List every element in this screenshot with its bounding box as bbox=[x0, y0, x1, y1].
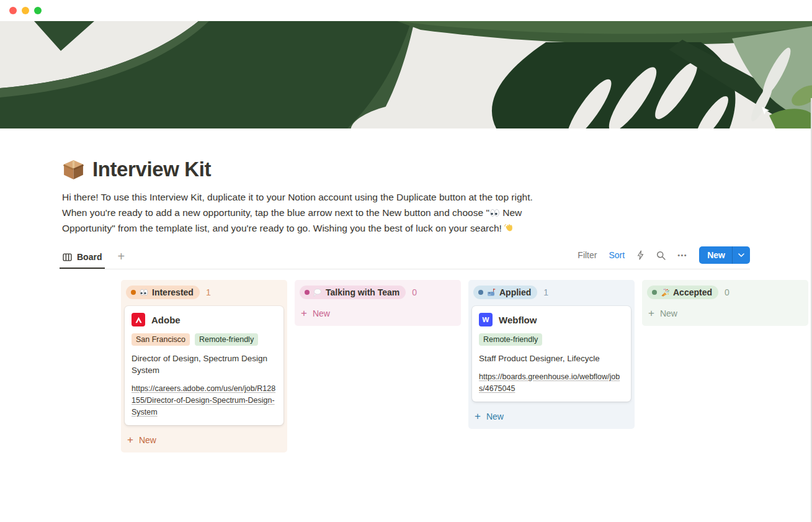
column-header-pill-accepted[interactable]: Accepted bbox=[647, 286, 718, 299]
thought-balloon-emoji bbox=[313, 288, 322, 297]
add-card-label: New bbox=[660, 308, 677, 318]
board-column-accepted: Accepted 0 + New bbox=[642, 280, 808, 326]
tag-san-francisco: San Francisco bbox=[132, 333, 190, 346]
new-button-chevron-down-icon[interactable] bbox=[732, 246, 750, 264]
column-count: 1 bbox=[543, 287, 548, 297]
add-card-button-applied[interactable]: + New bbox=[472, 408, 631, 425]
plus-icon: + bbox=[127, 434, 133, 445]
eyes-emoji bbox=[140, 289, 148, 296]
column-count: 0 bbox=[725, 287, 729, 297]
status-dot bbox=[131, 290, 136, 295]
plus-icon: + bbox=[475, 411, 481, 421]
adobe-logo-icon bbox=[132, 313, 145, 326]
add-card-label: New bbox=[486, 412, 504, 421]
column-title: Applied bbox=[499, 287, 531, 297]
view-toolbar: Board + Filter Sort ••• New bbox=[60, 246, 750, 269]
card-role-text: Staff Product Designer, Lifecycle bbox=[479, 353, 624, 364]
waving-hand-emoji bbox=[504, 222, 515, 233]
plus-icon: + bbox=[648, 308, 654, 318]
window-minimize-button[interactable] bbox=[22, 7, 29, 14]
board-view-label: Board bbox=[77, 252, 102, 262]
cover-image bbox=[0, 21, 812, 128]
card-webflow[interactable]: w Webflow Remote-friendly Staff Product … bbox=[472, 306, 631, 402]
card-company-name: Adobe bbox=[151, 315, 181, 325]
eyes-emoji bbox=[489, 209, 500, 217]
card-job-link[interactable]: https://boards.greenhouse.io/webflow/job… bbox=[479, 371, 624, 395]
more-options-button[interactable]: ••• bbox=[677, 251, 687, 259]
page-title: Interview Kit bbox=[92, 158, 211, 181]
window-titlebar bbox=[0, 0, 812, 21]
board-column-applied: Applied 1 w Webflow Remote-friendly Staf… bbox=[468, 280, 635, 429]
window-zoom-button[interactable] bbox=[34, 7, 42, 14]
tab-board-view[interactable]: Board bbox=[60, 247, 105, 269]
card-company-name: Webflow bbox=[499, 315, 537, 325]
webflow-logo-icon: w bbox=[479, 313, 493, 326]
search-icon[interactable] bbox=[656, 251, 666, 260]
add-view-button[interactable]: + bbox=[114, 250, 128, 266]
card-adobe[interactable]: Adobe San Francisco Remote-friendly Dire… bbox=[125, 306, 283, 425]
status-dot bbox=[652, 290, 657, 295]
description-text-1: Hi there! To use this Interview Kit, dup… bbox=[62, 192, 533, 218]
new-button[interactable]: New bbox=[699, 246, 750, 264]
kanban-board: Interested 1 Adobe San Francisco Remote-… bbox=[121, 280, 750, 452]
mailbox-emoji bbox=[487, 288, 496, 297]
column-header-pill-applied[interactable]: Applied bbox=[473, 286, 537, 299]
tag-remote-friendly: Remote-friendly bbox=[195, 333, 258, 346]
package-icon[interactable] bbox=[62, 158, 85, 181]
column-title: Talking with Team bbox=[326, 287, 399, 297]
board-column-interested: Interested 1 Adobe San Francisco Remote-… bbox=[121, 280, 287, 452]
board-column-talking-with-team: Talking with Team 0 + New bbox=[295, 280, 461, 326]
status-dot bbox=[305, 290, 310, 295]
add-card-button-talking-with-team[interactable]: + New bbox=[298, 305, 457, 322]
filter-button[interactable]: Filter bbox=[578, 250, 597, 260]
column-header-pill-talking-with-team[interactable]: Talking with Team bbox=[300, 286, 406, 299]
status-dot bbox=[478, 290, 483, 295]
add-card-label: New bbox=[313, 308, 330, 318]
column-count: 1 bbox=[206, 287, 211, 297]
card-role-text: Director of Design, Spectrum Design Syst… bbox=[132, 353, 277, 376]
add-card-button-accepted[interactable]: + New bbox=[646, 305, 805, 322]
page-description: Hi there! To use this Interview Kit, dup… bbox=[62, 189, 541, 236]
column-title: Interested bbox=[152, 287, 194, 297]
column-title: Accepted bbox=[673, 287, 712, 297]
new-button-label: New bbox=[699, 246, 732, 264]
plus-icon: + bbox=[301, 308, 307, 318]
sort-button[interactable]: Sort bbox=[609, 250, 625, 260]
board-view-icon bbox=[63, 253, 72, 262]
add-card-label: New bbox=[139, 435, 156, 445]
card-job-link[interactable]: https://careers.adobe.com/us/en/job/R128… bbox=[132, 383, 277, 418]
party-popper-emoji bbox=[661, 288, 669, 297]
column-header-pill-interested[interactable]: Interested bbox=[126, 286, 200, 299]
window-close-button[interactable] bbox=[9, 7, 17, 14]
add-card-button-interested[interactable]: + New bbox=[125, 431, 283, 449]
column-count: 0 bbox=[412, 287, 417, 297]
tag-remote-friendly: Remote-friendly bbox=[479, 333, 542, 346]
lightning-icon[interactable] bbox=[636, 250, 645, 260]
